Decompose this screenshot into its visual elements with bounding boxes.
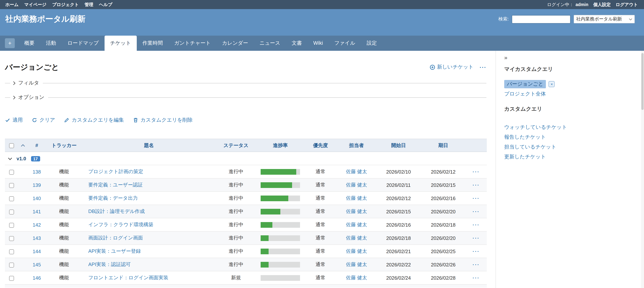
- col-header-tracker[interactable]: トラッカー: [46, 139, 82, 152]
- topbar-menu-item[interactable]: プロジェクト: [52, 2, 79, 8]
- issue-id-link[interactable]: 140: [32, 195, 41, 201]
- select-all-checkbox[interactable]: [9, 143, 14, 148]
- col-header-done-ratio[interactable]: 進捗率: [256, 139, 304, 152]
- project-tab[interactable]: カレンダー: [216, 36, 254, 51]
- col-header-assignee[interactable]: 担当者: [337, 139, 376, 152]
- chevron-down-icon[interactable]: [8, 156, 12, 161]
- issue-context-menu-button[interactable]: ···: [472, 262, 480, 267]
- project-tab[interactable]: 概要: [18, 36, 40, 51]
- sidebar-query-link[interactable]: 更新したチケット: [504, 152, 634, 162]
- issue-assignee-link[interactable]: 佐藤 健太: [346, 169, 367, 174]
- issue-checkbox[interactable]: [9, 209, 14, 214]
- issue-subject-link[interactable]: 要件定義：ユーザー認証: [88, 182, 143, 188]
- logout-link[interactable]: ログアウト: [616, 2, 638, 8]
- issue-subject-link[interactable]: API実装：認証認可: [88, 262, 131, 267]
- issue-subject-link[interactable]: インフラ：クラウド環境構築: [88, 222, 153, 227]
- issue-id-link[interactable]: 145: [32, 262, 41, 267]
- issue-assignee-link[interactable]: 佐藤 健太: [346, 235, 367, 241]
- chevron-up-icon: [21, 144, 25, 147]
- edit-custom-query-button[interactable]: カスタムクエリを編集: [64, 117, 124, 124]
- issue-checkbox[interactable]: [9, 236, 14, 241]
- issue-context-menu-button[interactable]: ···: [472, 182, 480, 188]
- issue-assignee-link[interactable]: 佐藤 健太: [346, 248, 367, 254]
- issue-checkbox[interactable]: [9, 223, 14, 228]
- project-jump-select[interactable]: 社内業務ポータル刷新: [574, 15, 635, 24]
- topbar-menu-item[interactable]: マイページ: [24, 2, 46, 8]
- topbar-menu-item[interactable]: 管理: [85, 2, 94, 8]
- project-tab[interactable]: ファイル: [329, 36, 361, 51]
- issue-subject-link[interactable]: API実装：ユーザー登録: [88, 248, 141, 254]
- project-tab[interactable]: 設定: [361, 36, 382, 51]
- issue-assignee-link[interactable]: 佐藤 健太: [346, 262, 367, 267]
- sidebar-query-link[interactable]: 担当しているチケット: [504, 142, 634, 152]
- issue-id-link[interactable]: 139: [32, 182, 41, 188]
- issue-subject-link[interactable]: 画面設計：ログイン画面: [88, 235, 143, 241]
- new-issue-button[interactable]: 新しいチケット: [430, 64, 474, 70]
- issue-subject-link[interactable]: フロントエンド：ログイン画面実装: [88, 275, 168, 280]
- delete-custom-query-button[interactable]: カスタムクエリを削除: [133, 117, 193, 124]
- project-tab[interactable]: ロードマップ: [62, 36, 104, 51]
- issue-assignee-link[interactable]: 佐藤 健太: [346, 195, 367, 201]
- project-tab[interactable]: 文書: [286, 36, 308, 51]
- issue-id-link[interactable]: 141: [32, 208, 41, 214]
- issue-context-menu-button[interactable]: ···: [472, 195, 480, 201]
- col-header-priority[interactable]: 優先度: [304, 139, 337, 152]
- issue-subject-link[interactable]: DB設計：論理モデル作成: [88, 208, 145, 214]
- vertical-scrollbar[interactable]: [641, 51, 644, 288]
- sort-indicator-header: [18, 139, 28, 152]
- issue-id-link[interactable]: 138: [32, 169, 41, 174]
- issue-id-link[interactable]: 143: [32, 235, 41, 241]
- issue-context-menu-button[interactable]: ···: [472, 275, 480, 280]
- apply-button[interactable]: 適用: [5, 117, 23, 124]
- issue-assignee-link[interactable]: 佐藤 健太: [346, 222, 367, 227]
- issue-context-menu-button[interactable]: ···: [472, 208, 480, 214]
- sidebar-query-link-selected[interactable]: バージョンごと: [504, 80, 546, 88]
- clear-button[interactable]: クリア: [32, 117, 55, 124]
- issue-context-menu-button[interactable]: ···: [472, 248, 480, 254]
- project-tab[interactable]: 活動: [40, 36, 62, 51]
- issue-assignee-link[interactable]: 佐藤 健太: [346, 208, 367, 214]
- issue-caret-cell: [18, 165, 28, 178]
- issue-checkbox[interactable]: [9, 170, 14, 174]
- issue-tracker: 機能: [46, 205, 82, 218]
- project-tab[interactable]: チケット: [104, 36, 137, 51]
- project-tab[interactable]: ガントチャート: [168, 36, 216, 51]
- issue-checkbox[interactable]: [9, 183, 14, 188]
- col-header-due-date[interactable]: 期日: [421, 139, 466, 152]
- project-tab[interactable]: 作業時間: [137, 36, 168, 51]
- remove-query-filter-button[interactable]: ×: [549, 81, 555, 87]
- issue-context-menu-button[interactable]: ···: [472, 169, 480, 174]
- sidebar-query-link[interactable]: 報告したチケット: [504, 132, 634, 142]
- issue-assignee-link[interactable]: 佐藤 健太: [346, 275, 367, 280]
- col-header-id[interactable]: #: [28, 139, 46, 152]
- col-header-subject[interactable]: 題名: [82, 139, 216, 152]
- project-tab[interactable]: Wiki: [308, 36, 329, 51]
- issue-checkbox[interactable]: [9, 249, 14, 254]
- topbar-menu-item[interactable]: ホーム: [5, 2, 18, 8]
- search-input[interactable]: [512, 15, 570, 23]
- col-header-start-date[interactable]: 開始日: [376, 139, 421, 152]
- sidebar-query-link[interactable]: ウォッチしているチケット: [504, 122, 634, 132]
- issue-context-menu-button[interactable]: ···: [472, 222, 480, 228]
- issue-context-menu-button[interactable]: ···: [472, 235, 480, 241]
- scrollbar-thumb[interactable]: [641, 53, 644, 110]
- add-tab-button[interactable]: +: [5, 38, 15, 48]
- issue-checkbox[interactable]: [9, 262, 14, 267]
- issue-id-link[interactable]: 142: [32, 222, 41, 228]
- issue-subject-link[interactable]: 要件定義：データ出力: [88, 195, 138, 201]
- filters-section-toggle[interactable]: フィルタ: [5, 79, 486, 87]
- sidebar-query-link[interactable]: プロジェクト全体: [504, 90, 634, 98]
- topbar-menu-item[interactable]: ヘルプ: [99, 2, 112, 8]
- my-account-link[interactable]: 個人設定: [593, 2, 611, 8]
- more-menu-button[interactable]: ···: [480, 64, 486, 70]
- issue-checkbox[interactable]: [9, 196, 14, 201]
- sidebar-collapse-button[interactable]: »: [504, 54, 510, 61]
- issue-subject-link[interactable]: プロジェクト計画の策定: [88, 169, 143, 174]
- options-section-toggle[interactable]: オプション: [5, 93, 486, 102]
- issue-assignee-link[interactable]: 佐藤 健太: [346, 182, 367, 188]
- col-header-status[interactable]: ステータス: [216, 139, 256, 152]
- issue-checkbox[interactable]: [9, 276, 14, 280]
- project-tab[interactable]: ニュース: [254, 36, 286, 51]
- issue-id-link[interactable]: 146: [32, 275, 41, 280]
- issue-id-link[interactable]: 144: [32, 248, 41, 254]
